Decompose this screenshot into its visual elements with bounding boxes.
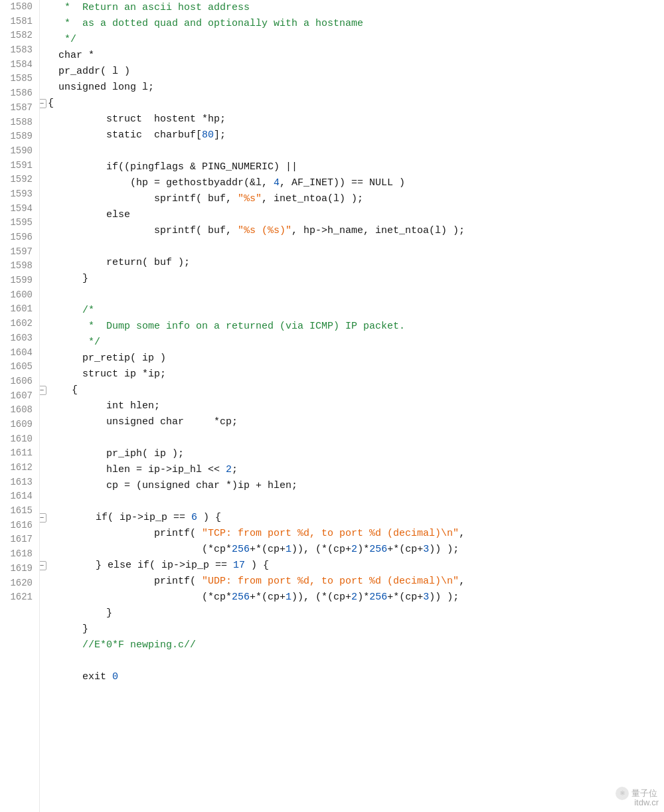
code-text: cp = (unsigned char *)ip + hlen;: [58, 478, 297, 493]
code-editor: 1580158115821583158415851586158715881589…: [0, 0, 664, 812]
code-line: [48, 143, 664, 159]
token: {: [48, 384, 78, 396]
code-text: [58, 653, 64, 669]
line-number: 1610: [7, 432, 33, 447]
token: char *: [58, 50, 94, 61]
token: 17: [233, 560, 245, 571]
line-number: 1615: [7, 504, 33, 519]
token: pr_addr( l ): [58, 66, 130, 77]
code-text: if( ip->ip_p == 6 ) {: [48, 510, 221, 525]
fold-button[interactable]: −: [40, 386, 46, 395]
code-text: pr_iph( ip );: [58, 446, 184, 461]
code-text: exit 0: [58, 669, 118, 685]
token: int hlen;: [58, 400, 160, 412]
line-number: 1606: [7, 374, 33, 389]
fold-button[interactable]: −: [40, 513, 46, 523]
code-text: */: [58, 32, 76, 47]
code-line: */: [48, 335, 664, 351]
code-line: sprintf( buf, "%s (%s)", hp->h_name, ine…: [48, 223, 664, 239]
token: 256: [232, 592, 250, 603]
token: }: [58, 608, 112, 619]
line-number: 1614: [7, 489, 33, 504]
code-text: [58, 143, 64, 159]
code-text: (hp = gethostbyaddr(&l, 4, AF_INET)) == …: [58, 175, 405, 191]
code-line: exit 0: [48, 669, 664, 685]
code-line: (hp = gethostbyaddr(&l, 4, AF_INET)) == …: [48, 175, 664, 191]
token: , AF_INET)) == NULL ): [280, 177, 405, 189]
code-line: pr_iph( ip );: [48, 446, 664, 462]
code-line: /*: [48, 303, 664, 319]
code-text: struct hostent *hp;: [58, 112, 226, 127]
line-number: 1616: [7, 519, 33, 533]
token: pr_iph( ip );: [58, 448, 184, 459]
token: ) {: [245, 560, 269, 571]
code-text: [58, 430, 64, 446]
code-line: [48, 430, 664, 446]
token: 1: [286, 544, 291, 555]
token: +*(cp+: [387, 592, 423, 603]
code-line: * Return an ascii host address: [48, 0, 664, 16]
line-number-gutter: 1580158115821583158415851586158715881589…: [0, 0, 40, 812]
line-number: 1621: [7, 590, 33, 605]
token: /*: [58, 305, 94, 316]
line-number: 1595: [7, 216, 33, 230]
token: struct hostent *hp;: [58, 114, 226, 125]
token: ,: [459, 528, 465, 539]
line-number: 1584: [7, 58, 33, 72]
token: "%s": [238, 193, 262, 204]
code-line: struct hostent *hp;: [48, 112, 664, 127]
fold-button[interactable]: −: [40, 561, 46, 570]
code-text: }: [58, 271, 88, 286]
line-number: 1605: [7, 360, 33, 374]
code-text: }: [58, 606, 112, 621]
token: pr_retip( ip ): [58, 353, 166, 364]
token: *: [58, 18, 76, 29]
token: return( buf );: [58, 257, 190, 268]
watermark-icon: ⚛: [616, 787, 629, 800]
fold-button[interactable]: −: [40, 99, 46, 108]
token: ) {: [197, 512, 221, 523]
line-number: 1596: [7, 230, 33, 245]
code-text: sprintf( buf, "%s", inet_ntoa(l) );: [58, 191, 363, 206]
token: )*: [357, 592, 369, 603]
line-number: 1598: [7, 259, 33, 274]
code-area: * Return an ascii host address * as a do…: [40, 0, 664, 812]
line-number: 1588: [7, 116, 33, 130]
code-line: cp = (unsigned char *)ip + hlen;: [48, 478, 664, 494]
line-number: 1611: [7, 446, 33, 461]
token: )) );: [429, 592, 459, 603]
line-number: 1599: [7, 274, 33, 288]
line-number: 1617: [7, 532, 33, 547]
token: )), (*(cp+: [291, 544, 351, 555]
line-number: 1586: [7, 86, 33, 101]
line-number: 1589: [7, 129, 33, 144]
token: struct ip *ip;: [58, 368, 166, 380]
code-text: if((pingflags & PING_NUMERIC) ||: [58, 159, 297, 175]
code-line: [48, 494, 664, 510]
line-number: 1580: [7, 0, 33, 15]
line-number: 1597: [7, 245, 33, 260]
code-line: sprintf( buf, "%s", inet_ntoa(l) );: [48, 191, 664, 207]
code-text: * as a dotted quad and optionally with a…: [58, 16, 363, 31]
line-number: 1620: [7, 576, 33, 591]
code-line: − {: [48, 382, 664, 398]
code-text: hlen = ip->ip_hl << 2;: [58, 462, 238, 477]
token: } else if( ip->ip_p ==: [48, 560, 233, 571]
code-line: pr_retip( ip ): [48, 351, 664, 366]
code-line: − } else if( ip->ip_p == 17 ) {: [48, 558, 664, 574]
code-line: struct ip *ip;: [48, 366, 664, 382]
code-text: //E*0*F newping.c//: [58, 637, 196, 653]
code-text: } else if( ip->ip_p == 17 ) {: [48, 558, 269, 573]
code-text: unsigned char *cp;: [58, 414, 238, 430]
token: )), (*(cp+: [291, 592, 351, 603]
code-line: (*cp*256+*(cp+1)), (*(cp+2)*256+*(cp+3))…: [48, 590, 664, 606]
code-line: else: [48, 207, 664, 223]
token: *: [58, 321, 100, 332]
code-line: * Dump some info on a returned (via ICMP…: [48, 319, 664, 335]
code-line: pr_addr( l ): [48, 64, 664, 80]
line-number: 1612: [7, 461, 33, 475]
token: unsigned long l;: [58, 82, 154, 93]
token: (*cp*: [58, 544, 232, 555]
token: +*(cp+: [250, 544, 286, 555]
code-line: }: [48, 606, 664, 621]
